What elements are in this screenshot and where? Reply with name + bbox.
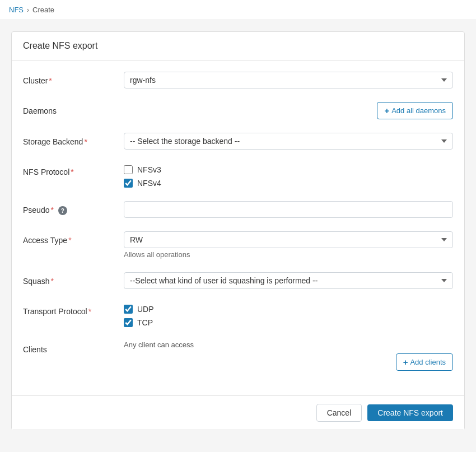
udp-label: UDP [137,305,154,314]
breadcrumb-current: Create [32,6,54,14]
nfsv3-checkbox[interactable] [124,165,133,174]
card-header: Create NFS export [12,32,464,60]
transport-protocol-row: Transport Protocol* UDP TCP [23,302,453,327]
cluster-select[interactable]: rgw-nfs [124,72,453,88]
add-clients-label: Add clients [410,358,446,366]
cluster-required: * [49,76,52,85]
clients-control: Any client can access + Add clients [124,341,453,371]
nfsv3-checkbox-item[interactable]: NFSv3 [124,165,453,174]
access-type-row: Access Type* RW RO None Allows all opera… [23,231,453,259]
storage-backend-required: * [84,137,87,146]
page-title: Create NFS export [23,41,97,50]
main-content: Create NFS export Cluster* rgw-nfs Daemo… [0,20,476,441]
breadcrumb-separator: › [27,6,29,14]
nfs-protocol-required: * [71,167,73,176]
pseudo-control [124,201,453,218]
clients-any-text: Any client can access [124,341,453,349]
access-type-label: Access Type* [23,231,124,245]
transport-protocol-checkboxes: UDP TCP [124,302,453,327]
nfs-protocol-row: NFS Protocol* NFSv3 NFSv4 [23,163,453,188]
pseudo-required: * [50,206,53,215]
cancel-button[interactable]: Cancel [316,404,362,422]
pseudo-row: Pseudo* ? [23,201,453,218]
access-type-select[interactable]: RW RO None [124,231,453,248]
access-type-control: RW RO None Allows all operations [124,231,453,259]
udp-checkbox-item[interactable]: UDP [124,305,453,314]
form-card: Create NFS export Cluster* rgw-nfs Daemo… [11,31,465,430]
squash-control: --Select what kind of user id squashing … [124,272,453,289]
cluster-row: Cluster* rgw-nfs [23,72,453,88]
card-body: Cluster* rgw-nfs Daemons + A [12,60,464,395]
create-nfs-export-button[interactable]: Create NFS export [367,404,453,421]
nfsv3-label: NFSv3 [137,165,161,174]
cluster-control: rgw-nfs [124,72,453,88]
pseudo-input[interactable] [124,201,453,218]
tcp-checkbox[interactable] [124,318,133,327]
add-clients-plus-icon: + [403,357,408,367]
transport-protocol-label: Transport Protocol* [23,302,124,316]
nfs-protocol-checkboxes: NFSv3 NFSv4 [124,163,453,188]
pseudo-label: Pseudo* ? [23,201,124,215]
clients-label: Clients [23,341,124,354]
access-type-help-text: Allows all operations [124,250,453,259]
clients-add-wrap: + Add clients [124,353,453,371]
storage-backend-control: -- Select the storage backend -- RGW Cep… [124,133,453,150]
breadcrumb: NFS › Create [0,0,476,20]
daemons-control: + Add all daemons [124,102,453,119]
udp-checkbox[interactable] [124,305,133,314]
card-footer: Cancel Create NFS export [12,395,464,430]
add-clients-button[interactable]: + Add clients [396,353,453,371]
breadcrumb-home[interactable]: NFS [9,6,24,14]
cluster-label: Cluster* [23,72,124,85]
nfsv4-checkbox-item[interactable]: NFSv4 [124,179,453,188]
squash-select[interactable]: --Select what kind of user id squashing … [124,272,453,289]
access-type-required: * [68,236,71,245]
transport-protocol-required: * [88,307,91,316]
clients-row: Clients Any client can access + Add clie… [23,341,453,371]
nfsv4-checkbox[interactable] [124,179,133,188]
nfsv4-label: NFSv4 [137,179,161,188]
squash-row: Squash* --Select what kind of user id sq… [23,272,453,289]
storage-backend-select[interactable]: -- Select the storage backend -- RGW Cep… [124,133,453,150]
daemons-label: Daemons [23,102,124,115]
pseudo-help-icon[interactable]: ? [58,206,67,215]
tcp-label: TCP [137,318,153,327]
transport-protocol-control: UDP TCP [124,302,453,327]
nfs-protocol-label: NFS Protocol* [23,163,124,176]
add-all-daemons-button[interactable]: + Add all daemons [377,102,453,119]
clients-section: Any client can access + Add clients [124,341,453,371]
nfs-protocol-control: NFSv3 NFSv4 [124,163,453,188]
add-all-daemons-label: Add all daemons [391,106,446,115]
daemons-row: Daemons + Add all daemons [23,102,453,119]
tcp-checkbox-item[interactable]: TCP [124,318,453,327]
plus-icon: + [384,106,389,115]
squash-label: Squash* [23,272,124,286]
squash-required: * [50,277,53,286]
storage-backend-label: Storage Backend* [23,133,124,146]
storage-backend-row: Storage Backend* -- Select the storage b… [23,133,453,150]
